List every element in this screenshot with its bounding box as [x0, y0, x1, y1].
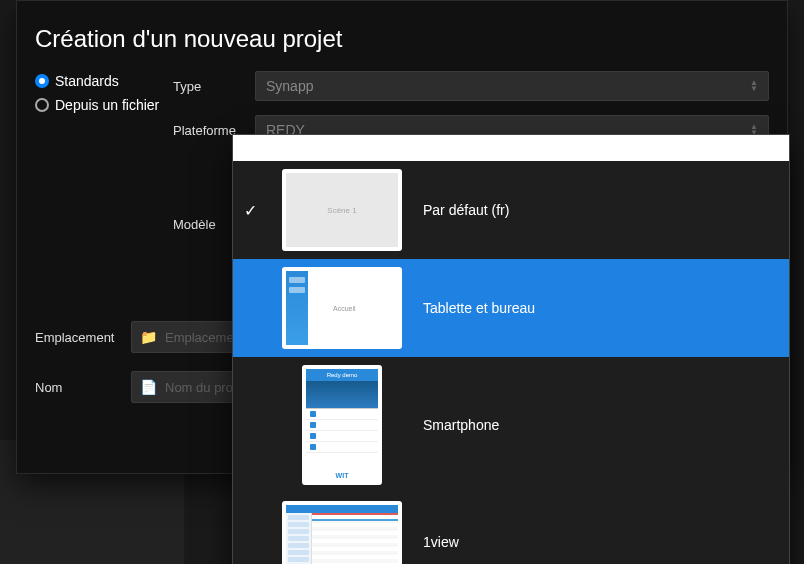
model-option-tablet[interactable]: Accueil Tablette et bureau: [233, 259, 789, 357]
radio-label: Standards: [55, 73, 119, 89]
folder-icon: 📁: [140, 329, 157, 345]
radio-standards[interactable]: Standards: [35, 73, 165, 89]
type-label: Type: [173, 79, 255, 94]
model-option-label: 1view: [423, 534, 459, 550]
radio-label: Depuis un fichier: [55, 97, 159, 113]
model-thumbnail: [282, 501, 402, 564]
model-thumbnail: Accueil: [282, 267, 402, 349]
check-icon: ✓: [239, 201, 261, 220]
model-option-smartphone[interactable]: Redy demo WIT Smartphone: [233, 357, 789, 493]
type-select[interactable]: Synapp ▲▼: [255, 71, 769, 101]
model-thumbnail: Scène 1: [282, 169, 402, 251]
thumbnail-logo: WIT: [336, 472, 349, 479]
model-option-1view[interactable]: 1view: [233, 493, 789, 564]
model-option-label: Smartphone: [423, 417, 499, 433]
thumbnail-caption: Redy demo: [306, 369, 378, 381]
radio-indicator-icon: [35, 74, 49, 88]
location-label: Emplacement: [35, 330, 131, 345]
radio-indicator-icon: [35, 98, 49, 112]
select-value: Synapp: [266, 78, 313, 94]
model-option-label: Tablette et bureau: [423, 300, 535, 316]
chevron-updown-icon: ▲▼: [750, 80, 758, 92]
model-thumbnail: Redy demo WIT: [302, 365, 382, 485]
dropdown-search-input[interactable]: [233, 135, 789, 161]
radio-from-file[interactable]: Depuis un fichier: [35, 97, 165, 113]
thumbnail-caption: Scène 1: [327, 206, 356, 215]
model-dropdown: ✓ Scène 1 Par défaut (fr) Accueil Tablet…: [232, 134, 790, 564]
modal-title: Création d'un nouveau projet: [35, 25, 769, 53]
model-option-default[interactable]: ✓ Scène 1 Par défaut (fr): [233, 161, 789, 259]
name-label: Nom: [35, 380, 131, 395]
model-option-label: Par défaut (fr): [423, 202, 509, 218]
source-radio-group: Standards Depuis un fichier: [35, 73, 165, 113]
file-icon: 📄: [140, 379, 157, 395]
thumbnail-caption: Accueil: [333, 305, 356, 312]
